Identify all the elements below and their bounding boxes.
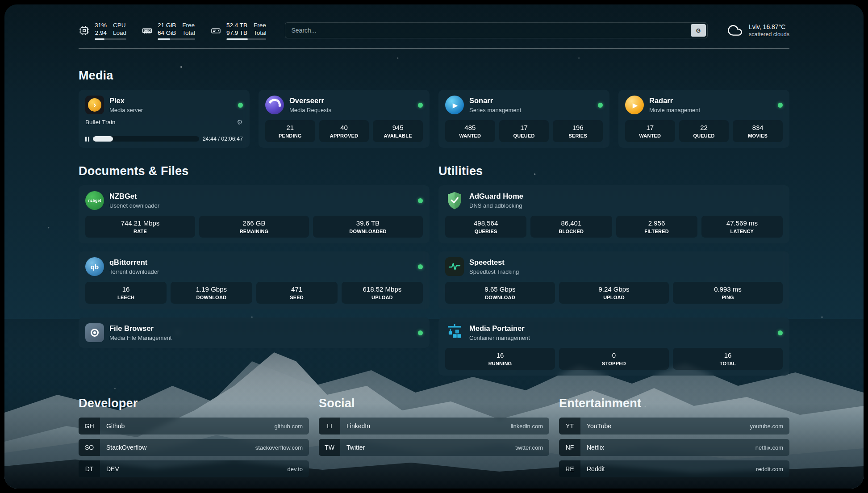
card-portainer[interactable]: Media Portainer Container management 16 … <box>438 318 789 376</box>
memory-total: 64 GiB <box>158 29 176 37</box>
card-speedtest[interactable]: Speedtest Speedtest Tracking 9.65 Gbps D… <box>438 251 789 309</box>
bookmark-twitter[interactable]: TW Twitter twitter.com <box>319 439 549 456</box>
stat-box: 2,956 FILTERED <box>616 216 697 238</box>
memory-widget: 21 GiB Free 64 GiB Total <box>142 21 195 40</box>
disk-icon <box>210 25 221 36</box>
service-title: Speedtest <box>469 258 519 267</box>
status-dot <box>418 264 423 269</box>
service-subtitle: Media server <box>109 107 143 113</box>
bookmark-github[interactable]: GH Github github.com <box>79 418 309 435</box>
bookmark-linkedin[interactable]: LI LinkedIn linkedin.com <box>319 418 549 435</box>
card-plex[interactable]: › Plex Media server Bullet Train ⚙ 24:44… <box>79 90 250 148</box>
service-title: AdGuard Home <box>469 192 523 201</box>
card-nzbget[interactable]: nzbget NZBGet Usenet downloader 744.21 M… <box>79 185 430 243</box>
weather-condition: scattered clouds <box>749 31 789 38</box>
bookmark-youtube[interactable]: YT YouTube youtube.com <box>559 418 789 435</box>
card-filebrowser[interactable]: File Browser Media File Management <box>79 318 430 348</box>
pause-icon[interactable] <box>85 137 89 142</box>
stat-label: PENDING <box>267 133 313 138</box>
card-adguard[interactable]: AdGuard Home DNS and adblocking 498,564 … <box>438 185 789 243</box>
bookmark-name: Github <box>106 422 125 430</box>
search-provider-button[interactable]: G <box>691 24 706 37</box>
playback-progress-bar[interactable] <box>93 136 199 142</box>
stat-box: 22 QUEUED <box>679 120 729 142</box>
stat-box: 40 APPROVED <box>319 120 369 142</box>
weather-widget: Lviv, 16.87°C scattered clouds <box>726 23 789 38</box>
stat-box: 21 PENDING <box>265 120 315 142</box>
stat-box: 471 SEED <box>256 282 338 304</box>
bookmark-abbr: SO <box>79 439 100 456</box>
cpu-label: CPU <box>113 21 126 29</box>
bookmark-reddit[interactable]: RE Reddit reddit.com <box>559 460 789 477</box>
bookmark-url: twitter.com <box>515 444 543 451</box>
stat-box: 47.569 ms LATENCY <box>701 216 783 238</box>
stat-box: 485 WANTED <box>445 120 495 142</box>
playback-time: 24:44 / 02:06:47 <box>203 136 243 142</box>
bookmark-netflix[interactable]: NF Netflix netflix.com <box>559 439 789 456</box>
service-title: Overseerr <box>289 96 331 105</box>
cpu-load: 2.94 <box>95 29 107 37</box>
bookmark-group-developer: Developer GH Github github.com SO StackO… <box>79 396 309 477</box>
stat-box: 86,401 BLOCKED <box>530 216 612 238</box>
bookmarks-section: Developer GH Github github.com SO StackO… <box>79 396 789 477</box>
media-grid: › Plex Media server Bullet Train ⚙ 24:44… <box>79 90 789 148</box>
stat-label: UPLOAD <box>561 295 667 300</box>
bookmark-name: StackOverflow <box>106 444 146 451</box>
stat-box: 0 STOPPED <box>559 348 669 370</box>
card-radarr[interactable]: ▶ Radarr Movie management 17 WANTED 22 <box>618 90 789 148</box>
bookmark-name: DEV <box>106 465 119 472</box>
bookmark-name: YouTube <box>587 422 611 430</box>
bookmark-dev[interactable]: DT DEV dev.to <box>79 460 309 477</box>
cpu-icon <box>79 25 90 36</box>
service-subtitle: Usenet downloader <box>109 202 159 209</box>
bookmark-stackoverflow[interactable]: SO StackOverflow stackoverflow.com <box>79 439 309 456</box>
service-title: Sonarr <box>469 96 521 105</box>
stat-value: 0.993 ms <box>675 285 781 293</box>
service-title: Media Portainer <box>469 324 530 333</box>
stat-label: WANTED <box>627 133 673 138</box>
stat-value: 498,564 <box>447 219 525 227</box>
card-sonarr[interactable]: ▶ Sonarr Series management 485 WANTED 17 <box>438 90 609 148</box>
header-divider <box>79 48 789 49</box>
section-title-documents: Documents & Files <box>79 164 430 178</box>
stat-value: 16 <box>447 351 553 359</box>
card-qbittorrent[interactable]: qb qBittorrent Torrent downloader 16 <box>79 251 430 309</box>
stat-label: MOVIES <box>734 133 781 138</box>
status-dot <box>778 103 783 108</box>
card-overseerr[interactable]: Overseerr Media Requests 21 PENDING 40 A… <box>259 90 430 148</box>
stat-value: 834 <box>734 124 781 132</box>
stat-value: 266 GB <box>201 219 307 227</box>
stat-value: 17 <box>501 124 547 132</box>
disk-meter <box>226 38 267 40</box>
bookmark-name: LinkedIn <box>346 422 370 430</box>
stat-label: REMAINING <box>201 229 307 234</box>
service-subtitle: Speedtest Tracking <box>469 268 519 275</box>
bookmark-abbr: TW <box>319 439 340 456</box>
stat-label: QUEUED <box>681 133 727 138</box>
bookmark-group-entertainment: Entertainment YT YouTube youtube.com NF … <box>559 396 789 477</box>
now-playing-title: Bullet Train <box>85 119 116 125</box>
overseerr-icon <box>265 96 284 114</box>
stat-value: 9.24 Gbps <box>561 285 667 293</box>
service-title: NZBGet <box>109 192 159 201</box>
stat-label: RUNNING <box>447 361 553 366</box>
stat-value: 2,956 <box>618 219 696 227</box>
stat-label: SERIES <box>555 133 601 138</box>
status-dot <box>598 103 603 108</box>
stat-box: 9.24 Gbps UPLOAD <box>559 282 669 304</box>
bookmark-name: Twitter <box>346 444 365 451</box>
service-title: Plex <box>109 96 143 105</box>
stat-value: 16 <box>87 285 165 293</box>
stat-value: 47.569 ms <box>703 219 781 227</box>
adguard-icon <box>445 191 464 210</box>
stat-label: AVAILABLE <box>375 133 421 138</box>
service-subtitle: Media File Management <box>109 334 171 341</box>
stat-label: UPLOAD <box>343 295 421 300</box>
stat-value: 196 <box>555 124 601 132</box>
service-subtitle: Media Requests <box>289 107 331 113</box>
bookmark-name: Netflix <box>587 444 604 451</box>
memory-free: 21 GiB <box>158 21 176 29</box>
nzbget-icon: nzbget <box>85 191 104 210</box>
gear-icon[interactable]: ⚙ <box>237 119 243 125</box>
search-input[interactable] <box>287 27 691 34</box>
